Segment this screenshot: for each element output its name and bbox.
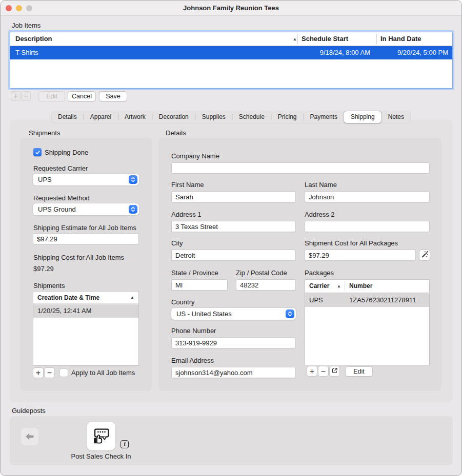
requested-method-label: Requested Method [33,194,90,202]
shipment-cost-label: Shipment Cost for All Packages [305,239,398,247]
country-value: US - United States [176,310,232,318]
company-name-input[interactable] [171,162,430,174]
column-divider[interactable] [345,281,345,291]
job-item-remove-button[interactable]: − [21,91,31,101]
shipment-add-button[interactable]: + [33,367,44,378]
requested-carrier-label: Requested Carrier [33,164,88,172]
info-icon[interactable]: i [120,440,129,448]
package-number: 1ZA576230211278911 [349,293,416,307]
first-name-label: First Name [171,181,204,189]
company-name-label: Company Name [171,152,219,160]
address-2-input[interactable] [305,221,430,232]
shipping-estimate-input[interactable] [33,233,139,244]
tab-details[interactable]: Details [51,111,84,123]
email-label: Email Address [171,357,214,364]
package-edit-button[interactable]: Edit [345,366,373,377]
first-name-input[interactable] [171,191,296,202]
open-external-icon [331,367,338,374]
minimize-button[interactable] [16,5,22,11]
creation-date-column-label: Creation Date & Time [37,294,99,301]
package-row[interactable]: UPS 1ZA576230211278911 [305,293,429,307]
column-header-carrier[interactable]: Carrier [309,280,329,293]
job-item-description: T-Shirts [15,46,292,59]
column-header-in-hand-date-label: In Hand Date [380,35,421,43]
address-1-input[interactable] [171,221,296,232]
job-items-table: Description ▲ Schedule Start In Hand Dat… [10,32,453,89]
column-header-description[interactable]: Description [15,32,292,46]
tab-shipping[interactable]: Shipping [344,111,381,123]
post-sales-check-in-icon [91,426,111,446]
requested-method-select[interactable]: UPS Ground [33,203,139,215]
city-input[interactable] [171,250,296,261]
sort-asc-icon: ▲ [337,280,341,293]
shipments-section-label: Shipments [29,129,60,137]
column-header-schedule-start[interactable]: Schedule Start [302,32,373,46]
details-section-label: Details [166,129,186,137]
package-track-button[interactable] [329,366,340,377]
tab-pricing[interactable]: Pricing [271,111,304,123]
shipments-list-label: Shipments [33,282,65,289]
save-button[interactable]: Save [99,91,127,101]
fullscreen-button [26,5,32,11]
app-window: Johnson Family Reunion Tees Job Items De… [0,0,462,476]
tab-schedule[interactable]: Schedule [232,111,271,123]
email-input[interactable] [171,367,296,378]
job-item-add-button[interactable]: + [11,91,21,101]
column-divider[interactable] [297,34,298,44]
requested-carrier-select[interactable]: UPS [33,174,139,185]
shipping-done-checkbox[interactable] [33,148,42,156]
column-header-number[interactable]: Number [349,280,372,293]
shipping-cost-value: $97.29 [33,265,54,273]
state-label: State / Province [171,269,218,277]
country-select[interactable]: US - United States [171,308,296,320]
guidepost-back-button[interactable] [21,428,38,445]
tab-notes[interactable]: Notes [381,111,411,123]
column-header-description-label: Description [15,35,52,43]
phone-input[interactable] [171,337,296,348]
package-remove-button[interactable]: − [318,366,329,377]
apply-all-checkbox[interactable] [60,369,68,377]
job-item-row-selected[interactable]: T-Shirts 9/18/24, 8:00 AM 9/20/24, 5:00 … [10,46,452,59]
tab-bar: Details Apparel Artwork Decoration Suppl… [51,111,411,123]
guideposts-section-label: Guideposts [12,407,46,415]
back-arrow-icon [24,431,35,442]
phone-label: Phone Number [171,327,216,335]
close-button[interactable] [6,5,12,11]
apply-all-label: Apply to All Job Items [71,369,135,377]
column-divider[interactable] [376,34,377,44]
requested-carrier-value: UPS [38,176,52,183]
state-input[interactable] [171,279,228,291]
shipment-remove-button[interactable]: − [44,367,55,378]
checkmark-icon [35,150,41,155]
job-items-section-label: Job Items [12,22,41,29]
shipment-row[interactable]: 1/20/25, 12:41 AM [33,304,138,318]
popup-stepper-icon [129,205,137,214]
job-item-in-hand-date: 9/20/24, 5:00 PM [376,46,448,59]
sort-asc-icon: ▲ [293,33,297,46]
tab-artwork[interactable]: Artwork [118,111,152,123]
shipment-cost-input[interactable] [305,250,416,261]
job-item-edit-button[interactable]: Edit [38,91,65,101]
address-1-label: Address 1 [171,211,202,218]
package-add-button[interactable]: + [307,366,317,377]
country-label: Country [171,298,195,306]
tab-decoration[interactable]: Decoration [152,111,195,123]
tab-payments[interactable]: Payments [304,111,344,123]
packages-table: Carrier ▲ Number UPS 1ZA576230211278911 [305,279,430,365]
city-label: City [171,239,183,247]
zip-input[interactable] [236,279,296,291]
tab-supplies[interactable]: Supplies [195,111,232,123]
job-items-table-header: Description ▲ Schedule Start In Hand Dat… [10,32,452,46]
post-sales-check-in-button[interactable] [87,422,115,450]
auto-calculate-button[interactable] [419,250,430,261]
shipments-list-header[interactable]: Creation Date & Time ▲ [33,292,138,304]
cancel-button[interactable]: Cancel [68,91,96,101]
column-header-in-hand-date[interactable]: In Hand Date [380,32,450,46]
tab-apparel[interactable]: Apparel [84,111,118,123]
post-sales-check-in-label: Post Sales Check In [63,452,139,460]
magic-wand-icon [421,251,429,258]
shipments-panel: Shipping Done Requested Carrier UPS Requ… [20,138,152,391]
address-2-label: Address 2 [305,211,335,218]
last-name-input[interactable] [305,191,430,202]
zip-label: Zip / Postal Code [236,269,287,277]
